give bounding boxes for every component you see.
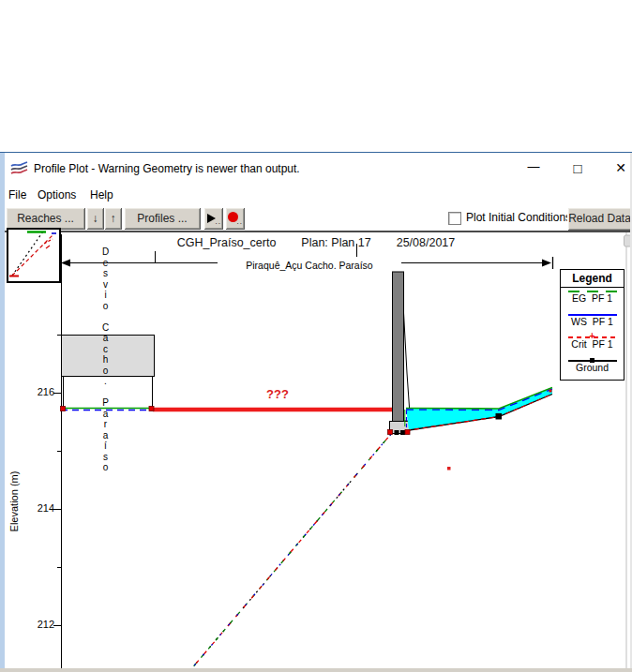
maximize-button[interactable]: □ (564, 153, 591, 185)
stray-red-point (447, 467, 451, 470)
reach-up-button[interactable]: ↑ (104, 207, 122, 230)
warning-annotation: ??? (253, 387, 302, 401)
error-line (153, 410, 407, 411)
y-tick-216: 216 (26, 386, 54, 398)
menu-item-help[interactable]: Help (90, 185, 113, 205)
record-button[interactable]: .. (225, 207, 245, 230)
y-axis (53, 234, 62, 670)
spillway-face (404, 313, 411, 421)
window-left-border (0, 152, 5, 672)
legend-title: Legend (561, 270, 624, 288)
ground-square-marker (590, 358, 594, 363)
y-tick-214: 214 (26, 502, 54, 515)
plot-panel: CGH_Praíso_certo Plan: Plan 17 25/08/201… (0, 231, 632, 668)
plot-title-project: CGH_Praíso_certo (177, 236, 277, 249)
reach-span-label: Piraquê_Açu Cacho. Paraíso (218, 260, 401, 271)
titlebar[interactable]: Profile Plot - Warning Geometry is newer… (0, 153, 632, 185)
window-title: Profile Plot - Warning Geometry is newer… (34, 153, 300, 185)
plot-title-date: 25/08/2017 (397, 236, 456, 249)
legend-entry-eg: EG PF 1 (561, 291, 624, 311)
profile-plot-icon (10, 161, 29, 175)
menu-item-file[interactable]: File (8, 185, 26, 205)
reload-data-button[interactable]: Reload Data (567, 207, 632, 231)
close-button[interactable]: ✕ (608, 153, 632, 185)
ws-line-sample (568, 314, 617, 316)
plot-title-plan: Plan: Plan 17 (301, 236, 370, 249)
legend-entry-crit: Crit PF 1 (561, 336, 624, 357)
profile-plot-window: Profile Plot - Warning Geometry is newer… (0, 152, 632, 672)
plot-title: CGH_Praíso_certo Plan: Plan 17 25/08/201… (0, 236, 632, 249)
y-tick-212: 212 (26, 619, 54, 631)
eg-line-sample (568, 291, 617, 292)
reaches-button[interactable]: Reaches ... (6, 207, 85, 230)
menu-item-options[interactable]: Options (38, 185, 76, 205)
elevation-axis-label: Elevation (m) (8, 450, 22, 553)
reach-down-button[interactable]: ↓ (86, 207, 104, 230)
menubar: File Options Help (0, 185, 632, 205)
plot-initial-conditions-label[interactable]: Plot Initial Conditions (466, 205, 571, 231)
ground-line-diagonal (190, 434, 391, 670)
crit-plus-marker (590, 331, 595, 341)
vertical-reach-label: Desvio Cacho. Paraíso (98, 246, 113, 473)
water-surface-polygon (405, 388, 552, 431)
crit-line-sample (568, 336, 617, 338)
plot-canvas[interactable] (0, 232, 632, 670)
station-markers (61, 390, 552, 470)
plot-initial-conditions-checkbox[interactable] (448, 212, 461, 225)
toolbar: Reaches ... ↓ ↑ Profiles ... .. .. Plot … (0, 205, 632, 231)
animate-button[interactable]: .. (203, 207, 223, 230)
legend: Legend EG PF 1 WS PF 1 Crit PF 1 Ground (560, 269, 624, 381)
ground-line-sample (568, 360, 617, 362)
window-top-border (0, 152, 632, 153)
profiles-button[interactable]: Profiles ... (124, 207, 201, 230)
overview-thumbnail[interactable] (7, 228, 61, 283)
animate-dots: .. (216, 217, 221, 226)
record-dots: .. (237, 217, 243, 226)
minimize-button[interactable]: — (520, 153, 547, 185)
legend-entry-ground: Ground (561, 360, 624, 381)
screen: Profile Plot - Warning Geometry is newer… (0, 0, 632, 672)
window-bottom-border (0, 668, 632, 672)
